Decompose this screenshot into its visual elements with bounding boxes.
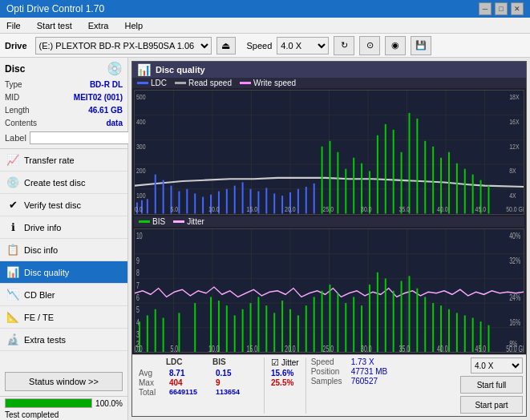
svg-rect-33 xyxy=(281,196,283,213)
legend-bis: BIS xyxy=(139,217,165,226)
disc-panel: Disc 💿 Type BD-R DL MID MEIT02 (001) Len… xyxy=(0,58,127,149)
svg-rect-39 xyxy=(330,141,331,214)
svg-rect-42 xyxy=(353,158,354,214)
action-area: 4.0 X Start full Start part xyxy=(457,355,526,416)
contents-label: Contents xyxy=(5,118,37,129)
chart-speed-select[interactable]: 4.0 X xyxy=(471,357,523,374)
stats-jitter-col: ☑ Jitter 15.6% 25.5% xyxy=(265,355,305,416)
ldc-max: 404 xyxy=(169,378,211,387)
menu-extra[interactable]: Extra xyxy=(85,19,112,32)
jitter-label: Jitter xyxy=(281,358,299,367)
svg-text:35.0: 35.0 xyxy=(399,204,411,213)
disc-write-button[interactable]: ◉ xyxy=(385,36,406,55)
svg-rect-55 xyxy=(456,164,458,214)
svg-rect-46 xyxy=(385,124,386,214)
legend-read-speed-label: Read speed xyxy=(188,79,232,87)
svg-text:9: 9 xyxy=(136,256,140,265)
svg-text:200: 200 xyxy=(136,166,146,176)
svg-text:8: 8 xyxy=(136,268,140,277)
svg-rect-123 xyxy=(385,278,386,352)
close-button[interactable]: ✕ xyxy=(511,2,524,15)
cd-bler-icon: 📉 xyxy=(6,289,19,301)
disc-read-button[interactable]: ⊙ xyxy=(359,36,380,55)
disc-info-icon: 📋 xyxy=(6,244,19,256)
svg-rect-136 xyxy=(488,325,489,352)
svg-text:16X: 16X xyxy=(509,117,520,127)
svg-text:18X: 18X xyxy=(509,92,520,102)
bis-color xyxy=(139,220,150,223)
nav-fe-te-label: FE / TE xyxy=(24,313,54,322)
svg-rect-134 xyxy=(472,317,474,352)
nav-create-test-disc-label: Create test disc xyxy=(24,178,85,188)
top-chart: 500 400 300 200 100 18X 16X 12X 8X 4X 0.… xyxy=(134,90,524,215)
speed-value-stat: 1.73 X xyxy=(351,357,374,366)
nav-cd-bler[interactable]: 📉 CD Bler xyxy=(0,284,127,306)
nav-create-test-disc[interactable]: 💿 Create test disc xyxy=(0,172,127,194)
jitter-checkbox-icon[interactable]: ☑ xyxy=(271,357,279,368)
save-button[interactable]: 💾 xyxy=(411,36,431,55)
nav-fe-te[interactable]: 📐 FE / TE xyxy=(0,306,127,329)
svg-text:500: 500 xyxy=(136,92,146,102)
sidebar: Disc 💿 Type BD-R DL MID MEIT02 (001) Len… xyxy=(0,58,128,420)
app-title: Opti Drive Control 1.70 xyxy=(6,3,104,14)
legend-ldc: LDC xyxy=(137,79,167,87)
bis-max: 9 xyxy=(216,378,257,387)
svg-text:24%: 24% xyxy=(509,293,520,302)
start-full-button[interactable]: Start full xyxy=(460,376,523,394)
svg-text:5.0: 5.0 xyxy=(171,344,179,352)
nav-transfer-rate[interactable]: 📈 Transfer rate xyxy=(0,149,127,172)
nav-drive-info[interactable]: ℹ Drive info xyxy=(0,216,127,239)
mid-value: MEIT02 (001) xyxy=(74,92,123,103)
drive-toolbar: Drive (E:) PLEXTOR BD-R PX-LB950SA 1.06 … xyxy=(0,34,530,58)
disc-icon: 💿 xyxy=(107,61,123,76)
bottom-legend: BIS Jitter xyxy=(134,216,524,227)
nav-disc-info[interactable]: 📋 Disc info xyxy=(0,239,127,261)
svg-rect-109 xyxy=(273,313,275,352)
main-content: Disc 💿 Type BD-R DL MID MEIT02 (001) Len… xyxy=(0,58,530,420)
menu-help[interactable]: Help xyxy=(121,19,146,32)
svg-text:4: 4 xyxy=(136,317,140,327)
svg-rect-30 xyxy=(257,192,259,214)
svg-rect-119 xyxy=(353,297,354,352)
status-window-button[interactable]: Status window >> xyxy=(5,372,123,391)
svg-text:30.0: 30.0 xyxy=(361,344,371,352)
nav-cd-bler-label: CD Bler xyxy=(24,290,55,300)
start-part-button[interactable]: Start part xyxy=(460,396,523,414)
disc-panel-title: Disc xyxy=(5,63,25,75)
svg-rect-40 xyxy=(337,152,338,214)
svg-rect-52 xyxy=(432,147,434,214)
menu-file[interactable]: File xyxy=(3,19,24,32)
svg-rect-108 xyxy=(265,305,267,352)
stats-area: LDC BIS Avg 8.71 0.15 Max 404 9 Total xyxy=(132,354,526,416)
ldc-total: 6649115 xyxy=(169,388,211,397)
maximize-button[interactable]: □ xyxy=(495,2,508,15)
speed-label: Speed xyxy=(247,41,273,50)
svg-rect-124 xyxy=(393,290,394,352)
svg-text:30.0: 30.0 xyxy=(361,204,372,213)
type-label: Type xyxy=(5,79,22,91)
svg-text:12X: 12X xyxy=(509,141,520,151)
eject-button[interactable]: ⏏ xyxy=(216,37,236,55)
drive-select[interactable]: (E:) PLEXTOR BD-R PX-LB950SA 1.06 xyxy=(35,37,212,55)
menu-start-test[interactable]: Start test xyxy=(34,19,75,32)
svg-rect-32 xyxy=(273,193,275,213)
avg-label: Avg xyxy=(139,369,164,378)
svg-text:40.0: 40.0 xyxy=(437,344,447,352)
minimize-button[interactable]: ─ xyxy=(479,2,492,15)
menu-bar: File Start test Extra Help xyxy=(0,18,530,34)
svg-rect-54 xyxy=(448,152,450,214)
svg-text:5: 5 xyxy=(136,305,140,314)
nav-disc-quality[interactable]: 📊 Disc quality xyxy=(0,261,127,284)
disc-label-input[interactable] xyxy=(30,131,133,144)
chart-title: Disc quality xyxy=(156,65,205,75)
refresh-button[interactable]: ↻ xyxy=(334,36,354,55)
svg-rect-114 xyxy=(314,297,315,352)
legend-bis-label: BIS xyxy=(152,217,165,226)
speed-select[interactable]: 4.0 X xyxy=(277,37,329,55)
progress-bar-outer xyxy=(5,398,92,408)
top-chart-svg: 500 400 300 200 100 18X 16X 12X 8X 4X 0.… xyxy=(135,91,524,214)
nav-extra-tests[interactable]: 🔬 Extra tests xyxy=(0,329,127,351)
svg-rect-36 xyxy=(305,187,307,213)
svg-rect-23 xyxy=(202,197,204,214)
nav-verify-test-disc[interactable]: ✔ Verify test disc xyxy=(0,194,127,216)
